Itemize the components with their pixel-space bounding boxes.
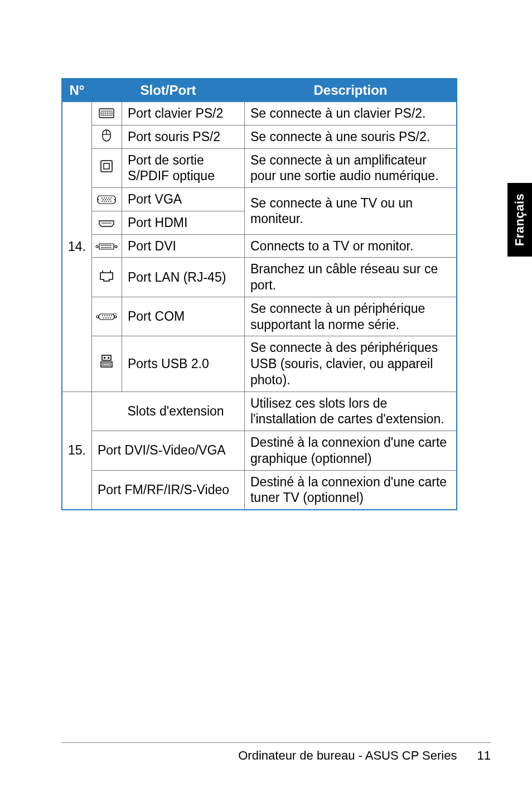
table-row: Port DVI Connects to a TV or monitor.	[62, 234, 457, 258]
slot-desc: Se connecte à des périphériques USB (sou…	[244, 336, 457, 392]
svg-rect-36	[108, 245, 108, 246]
svg-point-13	[102, 197, 103, 199]
svg-rect-35	[107, 245, 107, 246]
slot-label: Ports USB 2.0	[122, 336, 244, 392]
slot-desc: Se connecte à un périphérique supportant…	[244, 297, 457, 336]
slot-label: Port HDMI	[122, 211, 244, 234]
table-row: Port DVI/S-Video/VGA Destiné à la connex…	[62, 431, 457, 471]
slot-desc: Se connecte à un amplificateur pour une …	[244, 148, 457, 188]
svg-rect-37	[109, 245, 110, 246]
col-num: N°	[62, 79, 91, 102]
hdmi-icon	[98, 215, 115, 231]
keyboard-icon	[99, 106, 114, 122]
language-side-tab: Français	[507, 183, 532, 257]
svg-point-12	[114, 199, 115, 200]
slot-desc: Se connecte à une souris PS/2.	[244, 125, 457, 148]
svg-rect-44	[108, 247, 108, 248]
svg-point-53	[107, 315, 108, 316]
svg-rect-61	[102, 355, 111, 360]
svg-point-55	[112, 315, 113, 316]
svg-rect-31	[101, 245, 101, 246]
svg-point-28	[96, 245, 98, 248]
svg-rect-65	[103, 364, 110, 365]
slot-desc: Se connecte à une TV ou un moniteur.	[244, 188, 457, 235]
svg-rect-39	[101, 247, 101, 248]
slot-desc: Se connecte à un clavier PS/2.	[244, 102, 457, 125]
svg-point-29	[115, 245, 117, 248]
svg-rect-42	[105, 247, 106, 248]
svg-point-50	[114, 316, 117, 318]
ports-table: N° Slot/Port Description 14. Port clavie…	[61, 78, 457, 510]
svg-rect-10	[104, 163, 109, 169]
slot-label: Port DVI	[122, 234, 244, 258]
svg-point-16	[109, 197, 110, 199]
svg-point-19	[105, 199, 107, 200]
slot-label: Port FM/RF/IR/S-Video	[91, 470, 244, 510]
page-footer: Ordinateur de bureau - ASUS CP Series 11	[61, 742, 491, 763]
svg-rect-30	[99, 244, 114, 249]
svg-point-20	[108, 199, 109, 200]
com-icon: IOIOI	[96, 309, 117, 325]
slot-label: Port souris PS/2	[122, 125, 244, 148]
table-row: IOIOI Port COM Se connecte à un périphér…	[62, 297, 457, 336]
page-number: 11	[477, 748, 491, 762]
svg-point-18	[103, 199, 104, 200]
table-row: Port LAN (RJ-45) Branchez un câble résea…	[62, 258, 457, 297]
mouse-icon	[101, 129, 112, 146]
language-label: Français	[512, 194, 527, 247]
svg-point-52	[105, 315, 106, 316]
table-row: Port souris PS/2 Se connecte à une souri…	[62, 125, 457, 148]
slot-label: Port VGA	[122, 188, 244, 211]
svg-point-17	[111, 197, 112, 199]
footer-text: Ordinateur de bureau - ASUS CP Series	[238, 748, 457, 762]
col-desc: Description	[244, 79, 457, 102]
slot-label: Port clavier PS/2	[122, 102, 244, 125]
col-slot: Slot/Port	[91, 79, 244, 102]
dvi-icon	[95, 238, 118, 254]
slot-label: Slots d'extension	[122, 392, 244, 431]
svg-rect-43	[107, 247, 107, 248]
slot-desc: Connects to a TV or monitor.	[244, 234, 457, 258]
slot-label: Port COM	[122, 297, 244, 336]
svg-point-24	[107, 201, 108, 202]
svg-point-54	[109, 315, 110, 316]
svg-rect-9	[101, 161, 112, 172]
svg-rect-32	[103, 245, 103, 246]
svg-rect-45	[109, 247, 110, 248]
svg-point-58	[108, 317, 109, 318]
svg-rect-40	[103, 247, 103, 248]
slot-label: Port de sortie S/PDIF optique	[122, 148, 244, 188]
svg-point-56	[104, 317, 105, 318]
slot-desc: Branchez un câble réseau sur ce port.	[244, 258, 457, 297]
usb-icon	[100, 354, 113, 374]
svg-point-11	[98, 199, 99, 200]
svg-point-49	[96, 316, 99, 318]
svg-point-26	[111, 201, 112, 202]
svg-rect-33	[104, 245, 104, 246]
svg-point-22	[102, 201, 103, 202]
row-num-15: 15.	[62, 392, 91, 510]
svg-rect-46	[110, 247, 111, 248]
table-row: Port FM/RF/IR/S-Video Destiné à la conne…	[62, 470, 457, 510]
slot-label: Port LAN (RJ-45)	[122, 258, 244, 297]
slot-desc: Destiné à la connexion d'une carte graph…	[244, 431, 457, 471]
table-row: 15. Slots d'extension Utilisez ces slots…	[62, 392, 457, 431]
svg-point-59	[110, 317, 112, 318]
slot-desc: Utilisez ces slots lors de l'installatio…	[244, 392, 457, 431]
svg-point-23	[104, 201, 105, 202]
svg-rect-41	[104, 247, 104, 248]
table-row: Port VGA Se connecte à une TV ou un moni…	[62, 188, 457, 211]
svg-text:IOIOI: IOIOI	[113, 312, 117, 315]
svg-point-51	[103, 315, 104, 316]
table-row: Ports USB 2.0 Se connecte à des périphér…	[62, 336, 457, 392]
svg-point-57	[106, 317, 107, 318]
row-num-14: 14.	[62, 102, 91, 392]
svg-point-15	[107, 197, 108, 199]
svg-point-14	[104, 197, 105, 199]
svg-point-25	[109, 201, 110, 202]
svg-rect-34	[105, 245, 106, 246]
vga-icon	[97, 192, 116, 208]
slot-label: Port DVI/S-Video/VGA	[91, 431, 244, 471]
table-row: Port de sortie S/PDIF optique Se connect…	[62, 148, 457, 188]
lan-icon	[99, 269, 114, 286]
